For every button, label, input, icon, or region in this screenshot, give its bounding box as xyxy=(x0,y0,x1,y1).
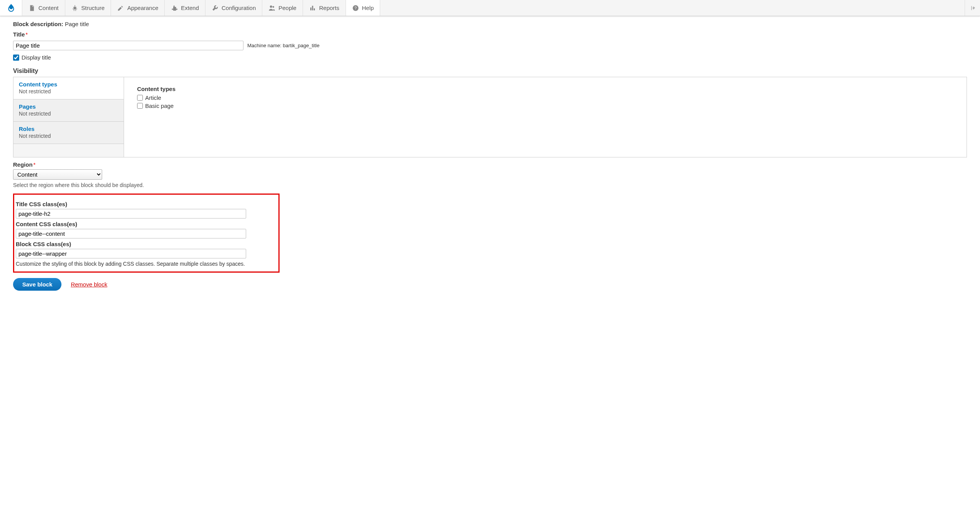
css-classes-highlight: Title CSS class(es) Content CSS class(es… xyxy=(13,194,280,273)
title-css-label: Title CSS class(es) xyxy=(16,201,67,207)
block-css-label: Block CSS class(es) xyxy=(16,241,71,247)
vtab-content-pane: Content types Article Basic page xyxy=(124,77,967,157)
title-label: Title* xyxy=(13,31,28,38)
configuration-icon xyxy=(212,5,219,12)
toolbar-configuration[interactable]: Configuration xyxy=(205,0,262,16)
block-description-label: Block description: xyxy=(13,21,63,27)
vtab-summary: Not restricted xyxy=(19,111,118,117)
toolbar-appearance[interactable]: Appearance xyxy=(111,0,165,16)
visibility-tabs: Content types Not restricted Pages Not r… xyxy=(13,77,124,157)
toolbar-label: Structure xyxy=(81,5,105,11)
block-css-input[interactable] xyxy=(16,249,246,258)
svg-text:?: ? xyxy=(354,5,357,10)
display-title-label: Display title xyxy=(22,54,51,61)
display-title-row[interactable]: Display title xyxy=(13,54,967,61)
form-actions: Save block Remove block xyxy=(13,278,967,291)
content-type-option-article[interactable]: Article xyxy=(137,94,954,101)
visibility-heading: Visibility xyxy=(13,68,967,74)
vtab-title: Pages xyxy=(19,103,118,110)
toolbar-collapse-button[interactable] xyxy=(965,0,980,16)
toolbar-label: Configuration xyxy=(222,5,256,11)
admin-toolbar: Content Structure Appearance Extend Conf… xyxy=(0,0,980,16)
pane-title: Content types xyxy=(137,86,954,92)
block-description-row: Block description: Page title xyxy=(13,21,967,27)
toolbar-structure[interactable]: Structure xyxy=(65,0,111,16)
drupal-logo[interactable] xyxy=(0,0,22,16)
region-select[interactable]: Content xyxy=(13,169,102,180)
toolbar-label: Content xyxy=(38,5,59,11)
display-title-checkbox[interactable] xyxy=(13,55,19,61)
vtab-summary: Not restricted xyxy=(19,133,118,139)
vtab-content-types[interactable]: Content types Not restricted xyxy=(13,77,124,99)
toolbar-people[interactable]: People xyxy=(262,0,303,16)
extend-icon xyxy=(171,5,178,12)
content-type-label: Basic page xyxy=(145,103,174,109)
help-icon: ? xyxy=(352,5,359,12)
toolbar-label: Help xyxy=(362,5,374,11)
toolbar-help[interactable]: ? Help xyxy=(346,0,381,16)
vtab-pages[interactable]: Pages Not restricted xyxy=(13,99,124,122)
toolbar-label: Reports xyxy=(319,5,339,11)
toolbar-label: People xyxy=(278,5,296,11)
content-type-checkbox[interactable] xyxy=(137,103,143,109)
region-label: Region* xyxy=(13,161,36,168)
title-input[interactable] xyxy=(13,41,243,50)
block-description-value: Page title xyxy=(65,21,89,27)
toolbar-spacer xyxy=(380,0,965,16)
save-block-button[interactable]: Save block xyxy=(13,278,61,291)
people-icon xyxy=(268,5,275,12)
vtab-title: Roles xyxy=(19,126,118,132)
content-css-label: Content CSS class(es) xyxy=(16,221,77,227)
toolbar-reports[interactable]: Reports xyxy=(303,0,346,16)
content-icon xyxy=(28,5,35,12)
toolbar-content[interactable]: Content xyxy=(22,0,65,16)
css-classes-description: Customize the styling of this block by a… xyxy=(16,261,275,267)
title-css-input[interactable] xyxy=(16,209,246,218)
vtab-title: Content types xyxy=(19,81,118,88)
content-type-option-basic-page[interactable]: Basic page xyxy=(137,103,954,109)
machine-name: Machine name: bartik_page_title xyxy=(247,43,319,48)
content-type-label: Article xyxy=(145,94,161,101)
reports-icon xyxy=(309,5,316,12)
vtab-roles[interactable]: Roles Not restricted xyxy=(13,122,124,144)
content-type-checkbox[interactable] xyxy=(137,95,143,101)
structure-icon xyxy=(71,5,78,12)
region-description: Select the region where this block shoul… xyxy=(13,182,967,188)
toolbar-extend[interactable]: Extend xyxy=(165,0,205,16)
content-css-input[interactable] xyxy=(16,229,246,238)
toolbar-label: Extend xyxy=(181,5,199,11)
vtab-summary: Not restricted xyxy=(19,88,118,94)
toolbar-label: Appearance xyxy=(127,5,158,11)
remove-block-link[interactable]: Remove block xyxy=(71,281,107,288)
visibility-box: Content types Not restricted Pages Not r… xyxy=(13,77,967,157)
appearance-icon xyxy=(117,5,124,12)
